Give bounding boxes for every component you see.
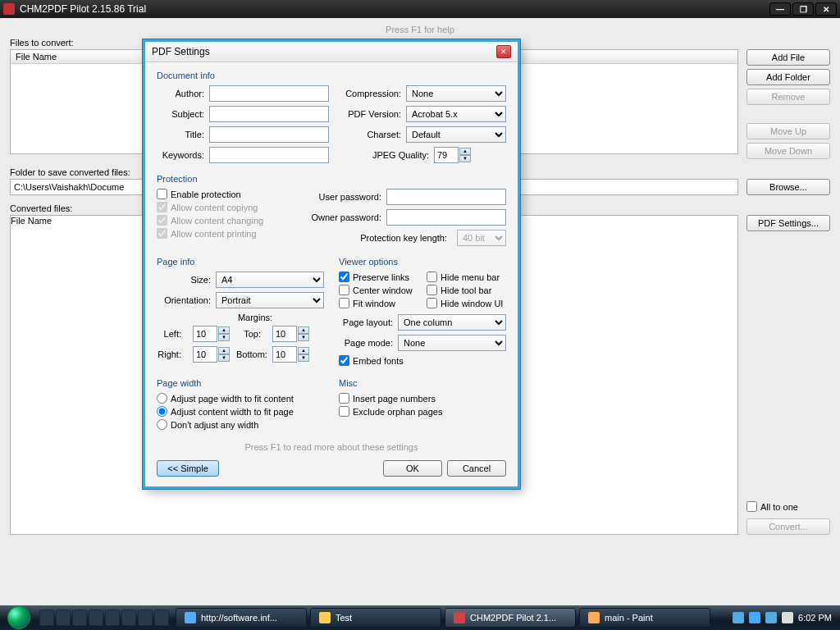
- fit-window-checkbox[interactable]: [339, 298, 349, 308]
- paint-icon: [588, 612, 600, 623]
- pdf-version-label: PDF Version:: [344, 109, 406, 119]
- help-hint: Press F1 for help: [10, 25, 830, 34]
- margin-top-spinner[interactable]: ▲▼: [298, 326, 309, 341]
- exclude-orphan-checkbox[interactable]: [339, 406, 349, 417]
- quick-launch-icon[interactable]: [72, 609, 87, 626]
- start-button[interactable]: [3, 605, 34, 630]
- margin-bottom-spinner[interactable]: ▲▼: [298, 347, 309, 362]
- window-titlebar: CHM2PDF Pilot 2.15.86 Trial — ❐ ✕: [0, 0, 840, 18]
- quick-launch-icon[interactable]: [56, 609, 71, 626]
- margin-left-label: Left:: [157, 329, 186, 339]
- page-mode-label: Page mode:: [339, 338, 398, 348]
- margin-left-spinner[interactable]: ▲▼: [218, 326, 230, 341]
- margin-top-label: Top:: [236, 329, 266, 339]
- no-adjust-label: Don't adjust any width: [171, 420, 258, 430]
- simple-button[interactable]: << Simple: [157, 460, 219, 477]
- adjust-page-width-radio[interactable]: [157, 393, 167, 404]
- taskbar-item[interactable]: http://software.inf...: [176, 608, 307, 628]
- margin-top-input[interactable]: [272, 326, 297, 342]
- dialog-hint: Press F1 to read more about these settin…: [157, 442, 506, 452]
- hide-ui-checkbox[interactable]: [427, 298, 437, 308]
- preserve-links-checkbox[interactable]: [339, 272, 349, 282]
- margin-right-input[interactable]: [193, 346, 217, 363]
- title-input[interactable]: [209, 126, 329, 143]
- insert-page-numbers-label: Insert page numbers: [353, 394, 436, 404]
- size-select[interactable]: A4: [216, 272, 324, 288]
- add-folder-button[interactable]: Add Folder: [746, 69, 830, 85]
- dialog-titlebar[interactable]: PDF Settings ✕: [145, 42, 518, 62]
- enable-protection-checkbox[interactable]: [157, 189, 167, 199]
- move-down-button[interactable]: Move Down: [746, 143, 830, 159]
- jpeg-quality-input[interactable]: [434, 147, 459, 163]
- hide-tool-checkbox[interactable]: [427, 285, 437, 295]
- subject-input[interactable]: [209, 106, 329, 122]
- protection-group: Protection: [157, 174, 506, 184]
- insert-page-numbers-checkbox[interactable]: [339, 393, 349, 404]
- adjust-page-width-label: Adjust page width to fit content: [171, 394, 294, 404]
- pdf-settings-button[interactable]: PDF Settings...: [746, 215, 830, 231]
- page-mode-select[interactable]: None: [398, 335, 506, 351]
- quick-launch-icon[interactable]: [89, 609, 103, 626]
- embed-fonts-label: Embed fonts: [353, 356, 404, 366]
- taskbar-item[interactable]: CHM2PDF Pilot 2.1...: [445, 608, 576, 628]
- all-to-one-checkbox[interactable]: [746, 501, 757, 512]
- charset-select[interactable]: Default: [406, 126, 506, 143]
- center-window-checkbox[interactable]: [339, 285, 349, 295]
- pdf-settings-dialog: PDF Settings ✕ Document info Author: Sub…: [143, 39, 520, 489]
- adjust-content-width-radio[interactable]: [157, 406, 167, 417]
- key-length-label: Protection key length:: [360, 233, 452, 243]
- system-tray: 6:02 PM: [733, 612, 837, 623]
- user-password-input: [386, 189, 506, 205]
- browse-button[interactable]: Browse...: [746, 179, 830, 195]
- tray-icon[interactable]: [765, 612, 777, 623]
- dialog-close-button[interactable]: ✕: [496, 45, 511, 58]
- quick-launch-icon[interactable]: [105, 609, 120, 626]
- owner-password-label: Owner password:: [304, 212, 386, 222]
- taskbar-item[interactable]: main - Paint: [579, 608, 710, 628]
- keywords-input[interactable]: [209, 147, 329, 163]
- clock[interactable]: 6:02 PM: [798, 613, 832, 623]
- no-adjust-radio[interactable]: [157, 419, 167, 430]
- author-input[interactable]: [209, 85, 329, 102]
- volume-icon[interactable]: [782, 612, 793, 623]
- pdf-version-select[interactable]: Acrobat 5.x: [406, 106, 506, 122]
- taskbar-item[interactable]: Test: [310, 608, 441, 628]
- hide-menu-checkbox[interactable]: [427, 272, 437, 282]
- compression-select[interactable]: None: [406, 85, 506, 102]
- embed-fonts-checkbox[interactable]: [339, 355, 349, 366]
- close-button[interactable]: ✕: [815, 2, 837, 16]
- margin-left-input[interactable]: [193, 326, 217, 342]
- quick-launch-icon[interactable]: [39, 609, 54, 626]
- quick-launch-icon[interactable]: [121, 609, 136, 626]
- page-layout-label: Page layout:: [339, 317, 398, 327]
- margin-bottom-input[interactable]: [272, 346, 297, 363]
- bluetooth-icon[interactable]: [749, 612, 760, 623]
- minimize-button[interactable]: —: [769, 2, 791, 16]
- margins-label: Margins:: [186, 313, 324, 322]
- allow-print-checkbox: [157, 228, 167, 239]
- title-label: Title:: [157, 130, 209, 139]
- orientation-select[interactable]: Portrait: [216, 292, 324, 308]
- page-layout-select[interactable]: One column: [398, 314, 506, 331]
- quick-launch-icon[interactable]: [154, 609, 169, 626]
- ok-button[interactable]: OK: [383, 460, 442, 477]
- allow-change-checkbox: [157, 215, 167, 226]
- orientation-label: Orientation:: [157, 295, 216, 305]
- jpeg-quality-spinner[interactable]: ▲▼: [459, 148, 471, 162]
- convert-button[interactable]: Convert...: [746, 518, 830, 535]
- margin-right-spinner[interactable]: ▲▼: [218, 347, 230, 362]
- quick-launch-icon[interactable]: [138, 609, 153, 626]
- tray-icon[interactable]: [733, 612, 744, 623]
- author-label: Author:: [157, 89, 209, 98]
- move-up-button[interactable]: Move Up: [746, 123, 830, 139]
- taskbar: http://software.inf... Test CHM2PDF Pilo…: [0, 605, 840, 630]
- all-to-one-label: All to one: [760, 502, 798, 512]
- maximize-button[interactable]: ❐: [792, 2, 814, 16]
- quick-launch: [39, 609, 169, 626]
- cancel-button[interactable]: Cancel: [447, 460, 506, 477]
- dialog-title: PDF Settings: [152, 46, 210, 57]
- add-file-button[interactable]: Add File: [746, 49, 830, 66]
- adjust-content-width-label: Adjust content width to fit page: [171, 407, 294, 417]
- fit-window-label: Fit window: [353, 299, 395, 308]
- remove-button[interactable]: Remove: [746, 89, 830, 105]
